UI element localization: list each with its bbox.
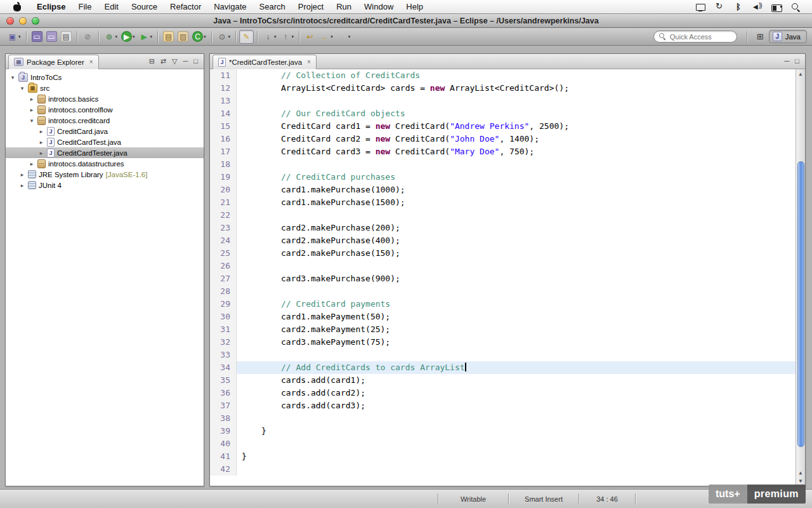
- menu-project[interactable]: Project: [292, 2, 330, 11]
- dropdown-arrow-icon[interactable]: ▾: [204, 34, 206, 39]
- scroll-up-icon[interactable]: ▲: [796, 70, 805, 78]
- last-edit-location-icon[interactable]: ↩: [303, 30, 317, 44]
- maximize-icon[interactable]: □: [795, 58, 799, 65]
- code-line-29[interactable]: 29// CreditCard payments: [210, 298, 796, 311]
- code-line-16[interactable]: 16CreditCard card2 = new CreditCard("Joh…: [210, 133, 796, 145]
- code-line-37[interactable]: 37cards.add(card3);: [210, 399, 796, 412]
- dropdown-arrow-icon[interactable]: ▾: [150, 34, 153, 39]
- code-line-21[interactable]: 21card1.makePurchase(1500);: [210, 196, 796, 209]
- expand-arrow-icon[interactable]: ▸: [29, 161, 35, 167]
- new-java-project-icon[interactable]: ▤: [161, 30, 176, 44]
- expand-arrow-icon[interactable]: ▸: [29, 107, 35, 113]
- dropdown-arrow-icon[interactable]: ▾: [133, 34, 135, 39]
- close-icon[interactable]: ×: [89, 58, 93, 65]
- menu-source[interactable]: Source: [125, 2, 164, 11]
- close-window-button[interactable]: [6, 17, 14, 25]
- code-line-15[interactable]: 15CreditCard card1 = new CreditCard("And…: [210, 120, 796, 133]
- code-line-18[interactable]: 18: [210, 158, 796, 171]
- dropdown-arrow-icon[interactable]: ▾: [331, 34, 333, 39]
- code-line-39[interactable]: 39}: [210, 425, 796, 438]
- tree-item-creditcardtest-java[interactable]: ▸JCreditCardTest.java: [6, 137, 204, 147]
- app-menu[interactable]: Eclipse: [30, 2, 72, 11]
- expand-arrow-icon[interactable]: ▸: [29, 96, 35, 102]
- volume-icon[interactable]: [752, 2, 763, 12]
- tree-item-introtocs[interactable]: ▾JIntroToCs: [6, 72, 204, 83]
- tree-item-introtocs-creditcard[interactable]: ▾introtocs.creditcard: [6, 115, 204, 126]
- code-line-19[interactable]: 19// CreditCard purchases: [210, 171, 796, 184]
- tree-item-src[interactable]: ▾▦src: [6, 83, 204, 93]
- save-icon[interactable]: ▭: [30, 30, 44, 44]
- tree-item-creditcardtester-java[interactable]: ▸JCreditCardTester.java: [6, 147, 204, 158]
- dropdown-arrow-icon[interactable]: ▾: [228, 34, 231, 39]
- new-package-icon[interactable]: ▨: [176, 30, 190, 44]
- code-line-11[interactable]: 11// Collection of CreditCards: [210, 69, 796, 82]
- window-titlebar[interactable]: Java – IntroToCs/src/introtocs/creditcar…: [0, 14, 812, 28]
- menu-run[interactable]: Run: [330, 2, 358, 11]
- collapse-all-icon[interactable]: ⊟: [149, 58, 155, 65]
- code-line-23[interactable]: 23card2.makePurchase(200);: [210, 222, 796, 234]
- scrollbar-thumb[interactable]: [797, 161, 804, 447]
- expand-arrow-icon[interactable]: ▾: [19, 85, 25, 91]
- battery-icon[interactable]: [771, 2, 782, 12]
- dropdown-arrow-icon[interactable]: ▾: [348, 34, 351, 39]
- code-line-27[interactable]: 27card3.makePurchase(900);: [210, 272, 796, 285]
- back-icon[interactable]: ←▾: [317, 30, 335, 44]
- tab-creditcardtester-java[interactable]: J *CreditCardTester.java ×: [213, 55, 317, 69]
- code-line-33[interactable]: 33: [210, 349, 796, 361]
- scroll-up-icon[interactable]: ▲: [796, 469, 805, 477]
- code-line-32[interactable]: 32card3.makePayment(75);: [210, 336, 796, 349]
- code-line-42[interactable]: 42: [210, 463, 796, 476]
- expand-arrow-icon[interactable]: ▸: [38, 150, 44, 156]
- code-line-17[interactable]: 17CreditCard card3 = new CreditCard("Mar…: [210, 145, 796, 158]
- minimize-icon[interactable]: ─: [183, 58, 188, 65]
- view-menu-icon[interactable]: ▽: [172, 58, 177, 65]
- display-icon[interactable]: [695, 2, 705, 12]
- menu-window[interactable]: Window: [358, 2, 400, 11]
- dropdown-arrow-icon[interactable]: ▾: [115, 34, 118, 39]
- code-line-31[interactable]: 31card2.makePayment(25);: [210, 323, 796, 336]
- code-line-41[interactable]: 41}: [210, 450, 796, 463]
- tree-item-creditcard-java[interactable]: ▸JCreditCard.java: [6, 126, 204, 137]
- quick-access-input[interactable]: [670, 33, 728, 41]
- dropdown-arrow-icon[interactable]: ▾: [274, 34, 277, 39]
- save-all-icon[interactable]: ▭: [44, 30, 59, 44]
- run-icon[interactable]: ▶▾: [119, 30, 137, 44]
- tree-item-introtocs-basics[interactable]: ▸introtocs.basics: [6, 93, 204, 104]
- skip-breakpoints-icon[interactable]: ⊘: [81, 30, 95, 44]
- print-icon[interactable]: ▤: [59, 30, 74, 44]
- code-line-13[interactable]: 13: [210, 95, 796, 107]
- new-wizard-icon[interactable]: ▣▾: [5, 30, 23, 44]
- vertical-scrollbar[interactable]: ▲ ▲ ▼: [796, 69, 805, 486]
- link-with-editor-icon[interactable]: ⇄: [160, 58, 166, 65]
- expand-arrow-icon[interactable]: ▸: [19, 182, 25, 189]
- zoom-window-button[interactable]: [32, 17, 39, 25]
- previous-annotation-icon[interactable]: ↑▾: [278, 30, 296, 44]
- minimize-window-button[interactable]: [19, 17, 27, 25]
- next-annotation-icon[interactable]: ↓▾: [261, 30, 278, 44]
- expand-arrow-icon[interactable]: ▸: [19, 171, 25, 178]
- expand-arrow-icon[interactable]: ▸: [38, 128, 44, 135]
- bluetooth-icon[interactable]: [733, 2, 743, 12]
- code-editor[interactable]: 11// Collection of CreditCards12ArrayLis…: [210, 69, 805, 486]
- tree-item-introtocs-datastructures[interactable]: ▸introtocs.datastructures: [6, 158, 204, 169]
- dropdown-arrow-icon[interactable]: ▾: [18, 34, 21, 39]
- new-class-icon[interactable]: C▾: [190, 30, 208, 44]
- external-tools-icon[interactable]: ▶▾: [137, 30, 155, 44]
- tab-package-explorer[interactable]: ▤ Package Explorer ×: [8, 55, 99, 69]
- search-icon[interactable]: ⊙▾: [215, 30, 233, 44]
- code-line-35[interactable]: 35cards.add(card1);: [210, 374, 796, 387]
- tree-item-introtocs-controlflow[interactable]: ▸introtocs.controlflow: [6, 104, 204, 115]
- mark-occurrences-icon[interactable]: ✎: [239, 30, 254, 44]
- code-line-30[interactable]: 30card1.makePayment(50);: [210, 311, 796, 323]
- code-line-14[interactable]: 14// Our CreditCard objects: [210, 107, 796, 120]
- code-line-20[interactable]: 20card1.makePurchase(1000);: [210, 184, 796, 196]
- tree-item-junit-4[interactable]: ▸JUnit 4: [6, 180, 204, 190]
- menu-edit[interactable]: Edit: [98, 2, 124, 11]
- code-line-26[interactable]: 26: [210, 260, 796, 272]
- tree-item-jre-system-library[interactable]: ▸JRE System Library [JavaSE-1.6]: [6, 169, 204, 180]
- expand-arrow-icon[interactable]: ▾: [10, 74, 16, 81]
- menu-help[interactable]: Help: [400, 2, 429, 11]
- code-line-40[interactable]: 40: [210, 438, 796, 450]
- code-line-36[interactable]: 36cards.add(card2);: [210, 387, 796, 399]
- menu-search[interactable]: Search: [253, 2, 292, 11]
